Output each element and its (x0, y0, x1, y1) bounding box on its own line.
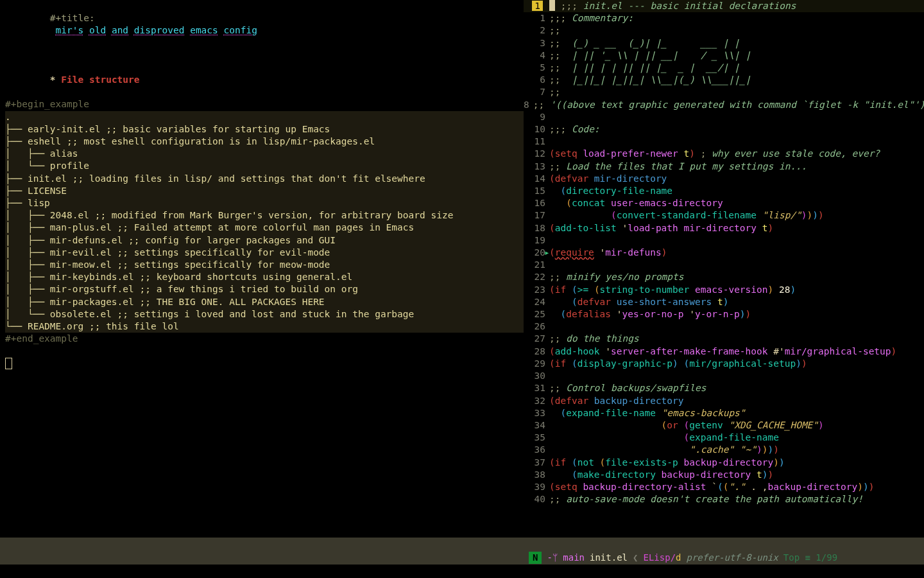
code-content: (defalias 'yes-or-no-p 'y-or-n-p)) (549, 308, 924, 320)
right-window-init-el[interactable]: 1 ;;; init.el --- basic initial declarat… (524, 0, 924, 538)
org-title-line: #+title: mir's old and disproved emacs c… (5, 0, 524, 49)
cursor-line (5, 357, 524, 369)
code-line: 15 (directory-file-name (524, 185, 924, 197)
line-number: 39 (524, 481, 549, 493)
line-number: 7 (524, 86, 549, 98)
line-number: 27 (524, 333, 549, 345)
code-line: 4;; | || '_ \\ | || __| / _ \\| | (524, 49, 924, 62)
title-word: config (224, 25, 257, 35)
code-line: 24 (defvar use-short-answers t) (524, 296, 924, 308)
code-content: ;;; Code: (549, 123, 924, 136)
line-number: 23 (524, 284, 549, 296)
code-line: 7;; (524, 86, 924, 98)
code-line: 14(defvar mir-directory (524, 173, 924, 185)
code-line: 37(if (not (file-exists-p backup-directo… (524, 457, 924, 469)
org-keyword: #+title: (50, 13, 95, 23)
code-content: ;; '((above text graphic generated with … (533, 99, 924, 111)
code-line: 39(setq backup-directory-alist `(("." . … (524, 481, 924, 493)
line-number: 1 (524, 12, 549, 24)
line-number: 38 (524, 469, 549, 481)
code-line: 5;; | || | | || || |_ _ | __/| | (524, 62, 924, 74)
line-number: 31 (524, 382, 549, 394)
code-line: 21 (524, 259, 924, 271)
line-number: 30 (524, 370, 549, 382)
example-block: . ├── early-init.el ;; basic variables f… (5, 111, 524, 333)
code-content: ".cache" "~")))) (549, 444, 924, 456)
fringe-arrow-icon: ▸ (544, 247, 550, 259)
code-content: (expand-file-name (549, 432, 924, 444)
code-line: 10;;; Code: (524, 123, 924, 136)
code-line: 31;; Control backups/swapfiles (524, 382, 924, 394)
code-content (549, 259, 924, 271)
line-number: 8 (524, 99, 533, 111)
code-line: 11 (524, 136, 924, 148)
modeline-left (0, 538, 924, 551)
code-content: (if (display-graphic-p) (mir/graphical-s… (549, 358, 924, 370)
code-line: 12(setq load-prefer-newer t) ; why ever … (524, 148, 924, 160)
line-number: 37 (524, 457, 549, 469)
line-number: 12 (524, 148, 549, 160)
code-line: 1 ;;; init.el --- basic initial declarat… (524, 0, 924, 12)
code-line: 20▸(require 'mir-defuns) (524, 247, 924, 259)
code-line: 29(if (display-graphic-p) (mir/graphical… (524, 358, 924, 370)
code-content: ;; auto-save-mode doesn't create the pat… (549, 493, 924, 505)
line-number: 40 (524, 493, 549, 505)
code-line: 18(add-to-list 'load-path mir-directory … (524, 222, 924, 234)
code-line: 40;; auto-save-mode doesn't create the p… (524, 493, 924, 505)
code-line: 8;; '((above text graphic generated with… (524, 99, 924, 111)
code-content (549, 136, 924, 148)
line-number: 36 (524, 444, 549, 456)
title-word: emacs (190, 25, 218, 35)
code-content: ▸(require 'mir-defuns) (549, 247, 924, 259)
line-number: 5 (524, 62, 549, 74)
code-content: ;; (_) _ __ (_)| |_ ___ | | (549, 37, 924, 49)
code-line: 9 (524, 111, 924, 123)
code-content: ;; minify yes/no prompts (549, 271, 924, 283)
code-content: (setq load-prefer-newer t) ; why ever us… (549, 148, 924, 160)
end-example: #+end_example (5, 333, 524, 345)
line-number: 17 (524, 209, 549, 222)
code-content: ;; | || '_ \\ | || __| / _ \\| | (549, 49, 924, 62)
code-content: (if (not (file-exists-p backup-directory… (549, 457, 924, 469)
code-line: 30 (524, 370, 924, 382)
line-number: 15 (524, 185, 549, 197)
modeline-right: N -ᛘ main init.el ❮ ELisp/d prefer-utf-8… (0, 551, 924, 565)
line-number: 1 (524, 0, 549, 12)
code-line: 25 (defalias 'yes-or-no-p 'y-or-n-p)) (524, 308, 924, 320)
line-number: 3 (524, 37, 549, 49)
code-line: 3;; (_) _ __ (_)| |_ ___ | | (524, 37, 924, 49)
title-word: disproved (134, 25, 185, 35)
code-content: ;; |_||_| |_||_| \\__|(_) \\___||_| (549, 74, 924, 86)
code-content: ;;; Commentary: (549, 12, 924, 24)
code-content: (defvar use-short-answers t) (549, 296, 924, 308)
begin-example: #+begin_example (5, 98, 524, 110)
line-number: 25 (524, 308, 549, 320)
left-window-readme[interactable]: #+title: mir's old and disproved emacs c… (5, 0, 524, 538)
code-line: 32(defvar backup-directory (524, 395, 924, 407)
evil-state-badge: N (529, 552, 542, 564)
code-line: 13;; Load the files that I put my settin… (524, 161, 924, 173)
line-number: 24 (524, 296, 549, 308)
code-content: ;; | || | | || || |_ _ | __/| | (549, 62, 924, 74)
buffer-name: init.el (590, 552, 628, 564)
code-line: 34 (or (getenv "XDG_CACHE_HOME") (524, 419, 924, 432)
minibuffer[interactable] (0, 565, 924, 578)
code-line: 38 (make-directory backup-directory t)) (524, 469, 924, 481)
code-line: 28(add-hook 'server-after-make-frame-hoo… (524, 346, 924, 358)
code-content: (directory-file-name (549, 185, 924, 197)
line-number: 29 (524, 358, 549, 370)
title-word: old (89, 25, 106, 35)
line-number: 4 (524, 49, 549, 62)
code-line: 26 (524, 320, 924, 333)
line-number: 26 (524, 320, 549, 333)
line-number: 34 (524, 419, 549, 432)
cursor-right (549, 0, 555, 11)
cursor-left (5, 358, 12, 369)
line-number: 22 (524, 271, 549, 283)
line-number: 13 (524, 161, 549, 173)
code-content: ;;; init.el --- basic initial declaratio… (549, 0, 924, 12)
code-content: ;; do the things (549, 333, 924, 345)
code-content: (add-hook 'server-after-make-frame-hook … (549, 346, 924, 358)
code-content: (defvar backup-directory (549, 395, 924, 407)
code-line: 23(if (>= (string-to-number emacs-versio… (524, 284, 924, 296)
